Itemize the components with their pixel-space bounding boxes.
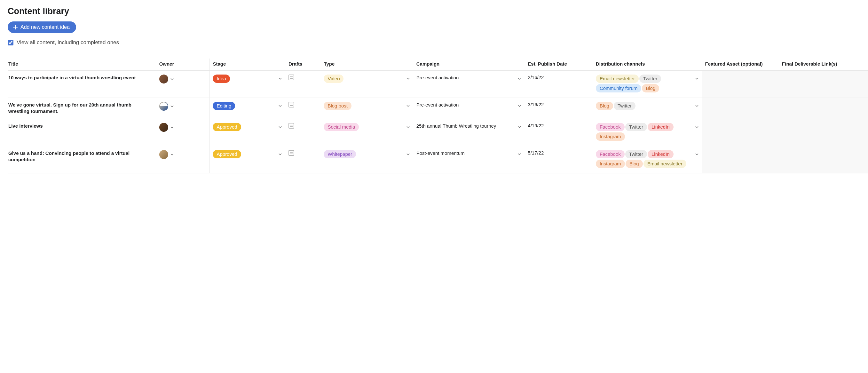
draft-icon[interactable] — [288, 123, 294, 129]
owner-avatar[interactable] — [159, 102, 168, 111]
final-link-cell[interactable] — [779, 71, 868, 98]
campaign-dropdown[interactable] — [518, 150, 521, 158]
featured-asset-cell[interactable] — [702, 119, 779, 146]
col-dist[interactable]: Distribution channels — [593, 59, 702, 71]
campaign-text[interactable]: Pre-event activation — [416, 102, 459, 108]
type-pill[interactable]: Whitepaper — [324, 150, 356, 158]
col-campaign[interactable]: Campaign — [413, 59, 525, 71]
owner-avatar[interactable] — [159, 74, 168, 84]
table-row: Give us a hand: Convincing people to att… — [8, 146, 868, 173]
channel-pill[interactable]: Blog — [642, 84, 659, 92]
table-header-row: Title Owner Stage Drafts Type Campaign E… — [8, 59, 868, 71]
row-title[interactable]: Live interviews — [8, 123, 153, 129]
campaign-dropdown[interactable] — [518, 123, 521, 131]
final-link-cell[interactable] — [779, 98, 868, 119]
dist-dropdown[interactable] — [695, 102, 699, 110]
owner-dropdown[interactable] — [170, 75, 174, 83]
channel-pill[interactable]: Instagram — [596, 132, 625, 141]
view-all-checkbox-row: View all content, including completed on… — [8, 39, 868, 46]
stage-pill[interactable]: Editing — [213, 102, 235, 110]
channel-pill[interactable]: Twitter — [639, 74, 661, 83]
channel-pill[interactable]: Instagram — [596, 160, 625, 168]
page-title: Content library — [8, 6, 868, 16]
publish-date[interactable]: 3/16/22 — [528, 102, 544, 107]
featured-asset-cell[interactable] — [702, 146, 779, 173]
type-dropdown[interactable] — [406, 74, 410, 83]
stage-pill[interactable]: Approved — [213, 123, 241, 131]
stage-dropdown[interactable] — [278, 102, 282, 110]
dist-dropdown[interactable] — [695, 123, 699, 131]
col-stage[interactable]: Stage — [210, 59, 285, 71]
draft-icon[interactable] — [288, 102, 294, 107]
channel-pill[interactable]: Twitter — [625, 150, 647, 158]
channel-pill[interactable]: Blog — [626, 160, 643, 168]
row-title[interactable]: 10 ways to participate in a virtual thum… — [8, 74, 153, 81]
campaign-dropdown[interactable] — [518, 102, 521, 110]
col-final[interactable]: Final Deliverable Link(s) — [779, 59, 868, 71]
draft-icon[interactable] — [288, 150, 294, 156]
add-content-label: Add new content idea — [21, 24, 70, 30]
table-row: 10 ways to participate in a virtual thum… — [8, 71, 868, 98]
type-pill[interactable]: Blog post — [324, 102, 351, 110]
campaign-text[interactable]: Post-event momentum — [416, 150, 465, 156]
plus-icon — [13, 25, 18, 30]
owner-dropdown[interactable] — [170, 123, 174, 131]
channel-pill[interactable]: Facebook — [596, 150, 625, 158]
channel-pill[interactable]: LinkedIn — [648, 123, 674, 131]
channel-pill[interactable]: Twitter — [625, 123, 647, 131]
table-row: We've gone virtual. Sign up for our 20th… — [8, 98, 868, 119]
publish-date[interactable]: 4/19/22 — [528, 123, 544, 128]
row-title[interactable]: We've gone virtual. Sign up for our 20th… — [8, 102, 153, 115]
type-pill[interactable]: Video — [324, 74, 343, 83]
view-all-checkbox[interactable] — [8, 40, 13, 45]
channel-pill[interactable]: Blog — [596, 102, 613, 110]
owner-avatar[interactable] — [159, 150, 168, 159]
owner-avatar[interactable] — [159, 123, 168, 132]
featured-asset-cell[interactable] — [702, 98, 779, 119]
stage-pill[interactable]: Idea — [213, 74, 229, 83]
campaign-text[interactable]: 25th annual Thumb Wrestling tourney — [416, 123, 496, 129]
col-owner[interactable]: Owner — [156, 59, 210, 71]
owner-dropdown[interactable] — [170, 102, 174, 111]
stage-dropdown[interactable] — [278, 150, 282, 158]
type-dropdown[interactable] — [406, 102, 410, 110]
col-featured[interactable]: Featured Asset (optional) — [702, 59, 779, 71]
publish-date[interactable]: 2/16/22 — [528, 74, 544, 80]
campaign-text[interactable]: Pre-event activation — [416, 74, 459, 81]
draft-icon[interactable] — [288, 74, 294, 80]
stage-dropdown[interactable] — [278, 74, 282, 83]
col-date[interactable]: Est. Publish Date — [525, 59, 593, 71]
channel-pill[interactable]: Email newsletter — [644, 160, 686, 168]
final-link-cell[interactable] — [779, 146, 868, 173]
row-title[interactable]: Give us a hand: Convincing people to att… — [8, 150, 153, 163]
content-table: Title Owner Stage Drafts Type Campaign E… — [8, 59, 868, 174]
campaign-dropdown[interactable] — [518, 74, 521, 83]
dist-dropdown[interactable] — [695, 74, 699, 83]
col-drafts[interactable]: Drafts — [285, 59, 320, 71]
type-pill[interactable]: Social media — [324, 123, 359, 131]
type-dropdown[interactable] — [406, 150, 410, 158]
owner-dropdown[interactable] — [170, 150, 174, 159]
view-all-label: View all content, including completed on… — [17, 39, 119, 46]
type-dropdown[interactable] — [406, 123, 410, 131]
final-link-cell[interactable] — [779, 119, 868, 146]
channel-pill[interactable]: Twitter — [614, 102, 636, 110]
stage-dropdown[interactable] — [278, 123, 282, 131]
dist-dropdown[interactable] — [695, 150, 699, 158]
publish-date[interactable]: 5/17/22 — [528, 150, 544, 155]
stage-pill[interactable]: Approved — [213, 150, 241, 158]
channel-pill[interactable]: Facebook — [596, 123, 625, 131]
col-type[interactable]: Type — [320, 59, 413, 71]
channel-pill[interactable]: Community forum — [596, 84, 641, 92]
channel-pill[interactable]: LinkedIn — [648, 150, 674, 158]
channel-pill[interactable]: Email newsletter — [596, 74, 639, 83]
featured-asset-cell[interactable] — [702, 71, 779, 98]
col-title[interactable]: Title — [8, 59, 156, 71]
table-row: Live interviews Approved Social media 25… — [8, 119, 868, 146]
add-content-button[interactable]: Add new content idea — [8, 22, 76, 33]
